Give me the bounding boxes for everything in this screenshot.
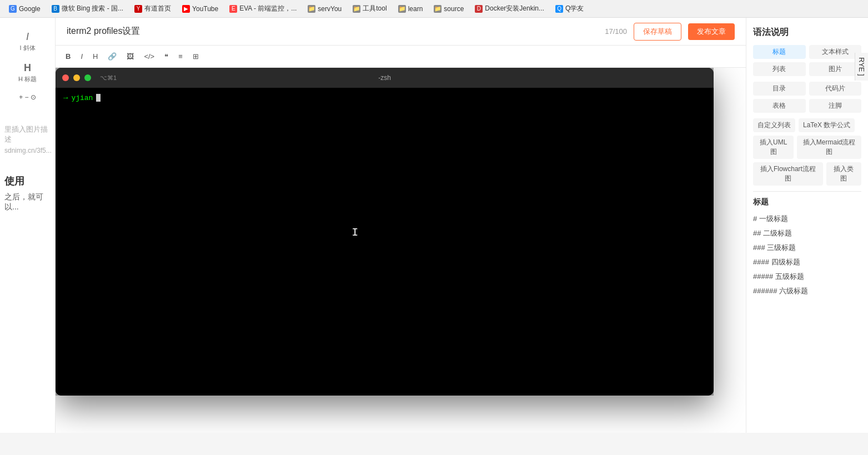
italic-icon: I [26, 31, 29, 43]
syntax-tags-row5: 插入Flowchart流程图 插入类图 [753, 162, 861, 186]
table-tool[interactable]: ⊞ [189, 51, 202, 62]
right-syntax-panel: 语法说明 标题 文本样式 列表 图片 目录 代码片 表格 注脚 自定义列表 La… [746, 18, 868, 433]
syntax-tag-footnote[interactable]: 注脚 [809, 99, 862, 113]
bookmark-qxueyou[interactable]: Q Q学友 [551, 2, 588, 15]
syntax-tag-table[interactable]: 表格 [753, 99, 806, 113]
prompt-username: yjian [71, 94, 93, 102]
heading-h2[interactable]: ## 二级标题 [753, 226, 861, 241]
section-area: 使用 之后，就可以... [0, 170, 55, 217]
terminal-cursor [96, 94, 101, 102]
tool-icon: 📁 [353, 5, 360, 13]
quote-tool[interactable]: ❝ [161, 51, 172, 62]
qxueyou-icon: Q [555, 5, 563, 13]
word-count: 17/100 [605, 27, 627, 36]
article-title-input[interactable] [67, 27, 598, 37]
servyou-icon: 📁 [308, 5, 315, 13]
left-panel: I I 斜体 H H 标题 + − ⊙ 里插入图片描述 sdnimg.cn/3f… [0, 18, 56, 433]
insert-icons: + − ⊙ [19, 93, 36, 101]
bookmark-servyou[interactable]: 📁 servYou [303, 3, 346, 14]
syntax-tag-class-diagram[interactable]: 插入类图 [826, 162, 861, 186]
bookmark-youdao[interactable]: Y 有道首页 [130, 2, 175, 15]
save-draft-button[interactable]: 保存草稿 [634, 23, 681, 41]
syntax-tag-uml[interactable]: 插入UML图 [753, 136, 794, 159]
bookmark-youtube[interactable]: ▶ YouTube [178, 3, 223, 14]
headings-section-title: 标题 [753, 197, 861, 207]
right-divider [753, 191, 861, 192]
editor-content[interactable]: ⌥⌘1 -zsh → yjian I [56, 68, 746, 433]
syntax-tag-image[interactable]: 图片 [809, 62, 862, 76]
terminal-body[interactable]: → yjian I [56, 88, 714, 396]
code-tool[interactable]: </> [141, 51, 158, 62]
syntax-tag-list[interactable]: 列表 [753, 62, 806, 76]
syntax-tag-latex[interactable]: LaTeX 数学公式 [799, 118, 855, 132]
terminal-text-cursor-indicator: I [352, 226, 358, 239]
youdao-icon: Y [134, 5, 142, 13]
image-area: 里插入图片描述 sdnimg.cn/3f5... [0, 120, 55, 159]
italic-tool[interactable]: I [77, 51, 86, 62]
image-tool[interactable]: 🖼 [123, 51, 137, 62]
link-tool[interactable]: 🔗 [104, 51, 120, 62]
syntax-panel-title: 语法说明 [753, 27, 861, 38]
heading-h4[interactable]: #### 四级标题 [753, 255, 861, 269]
close-button[interactable] [62, 74, 69, 81]
heading-h1[interactable]: # 一级标题 [753, 212, 861, 226]
main-container: I I 斜体 H H 标题 + − ⊙ 里插入图片描述 sdnimg.cn/3f… [0, 18, 868, 433]
bookmark-source[interactable]: 📁 source [429, 3, 468, 14]
bookmark-tool[interactable]: 📁 工具tool [348, 2, 391, 15]
prompt-arrow-icon: → [63, 93, 68, 102]
left-toolbar: I I 斜体 H H 标题 + − ⊙ [0, 23, 55, 109]
list-tool[interactable]: ≡ [175, 51, 186, 62]
italic-button[interactable]: I I 斜体 [17, 29, 37, 54]
heading-button[interactable]: H H 标题 [16, 60, 39, 86]
syntax-tag-flowchart[interactable]: 插入Flowchart流程图 [753, 162, 823, 186]
terminal-shortcut: ⌥⌘1 [100, 74, 117, 82]
editor-toolbar: B I H 🔗 🖼 </> ❝ ≡ ⊞ [56, 46, 746, 68]
syntax-tags-row1: 标题 文本样式 列表 图片 [753, 45, 861, 76]
bookmark-learn[interactable]: 📁 learn [394, 3, 428, 14]
google-icon: G [9, 5, 17, 13]
terminal-window: ⌥⌘1 -zsh → yjian I [56, 68, 714, 396]
bookmark-eva[interactable]: E EVA - 前端监控，... [225, 2, 301, 15]
terminal-title: -zsh [378, 74, 391, 82]
eva-icon: E [229, 5, 237, 13]
docker-icon: D [475, 5, 483, 13]
heading-h5[interactable]: ##### 五级标题 [753, 269, 861, 284]
bookmark-bing[interactable]: B 微软 Bing 搜索 - 国... [47, 2, 128, 15]
bookmark-google[interactable]: G Google [4, 3, 45, 14]
terminal-titlebar: ⌥⌘1 -zsh [56, 68, 714, 88]
editor-area: 17/100 保存草稿 发布文章 B I H 🔗 🖼 </> ❝ ≡ ⊞ [56, 18, 746, 433]
syntax-tags-row2: 目录 代码片 表格 注脚 [753, 82, 861, 113]
heading-h3[interactable]: ### 三级标题 [753, 241, 861, 255]
heading-icon: H [24, 62, 31, 74]
terminal-prompt: → yjian [63, 93, 706, 102]
insert-controls[interactable]: + − ⊙ [17, 91, 38, 103]
terminal-overlay: ⌥⌘1 -zsh → yjian I [56, 68, 714, 396]
heading-h6[interactable]: ###### 六级标题 [753, 284, 861, 298]
publish-button[interactable]: 发布文章 [688, 23, 735, 40]
heading-tool[interactable]: H [89, 51, 101, 62]
syntax-tag-code[interactable]: 代码片 [809, 82, 862, 96]
syntax-tag-mermaid[interactable]: 插入Mermaid流程图 [797, 136, 861, 159]
learn-icon: 📁 [398, 5, 406, 13]
editor-topbar: 17/100 保存草稿 发布文章 [56, 18, 746, 46]
youtube-icon: ▶ [182, 5, 190, 13]
bookmarks-bar: G Google B 微软 Bing 搜索 - 国... Y 有道首页 ▶ Yo… [0, 0, 868, 18]
syntax-tag-text-style[interactable]: 文本样式 [809, 45, 862, 59]
rye-label: RYE ] [855, 53, 868, 81]
maximize-button[interactable] [84, 74, 91, 81]
syntax-tags-row4: 插入UML图 插入Mermaid流程图 [753, 136, 861, 159]
bold-tool[interactable]: B [62, 51, 74, 62]
syntax-tag-toc[interactable]: 目录 [753, 82, 806, 96]
bookmark-docker[interactable]: D Docker安装Jenkin... [470, 2, 549, 15]
syntax-tag-heading[interactable]: 标题 [753, 45, 806, 59]
bing-icon: B [52, 5, 59, 13]
syntax-tag-custom-list[interactable]: 自定义列表 [753, 118, 795, 132]
source-icon: 📁 [434, 5, 441, 13]
syntax-tags-row3: 自定义列表 LaTeX 数学公式 [753, 118, 861, 132]
minimize-button[interactable] [73, 74, 80, 81]
